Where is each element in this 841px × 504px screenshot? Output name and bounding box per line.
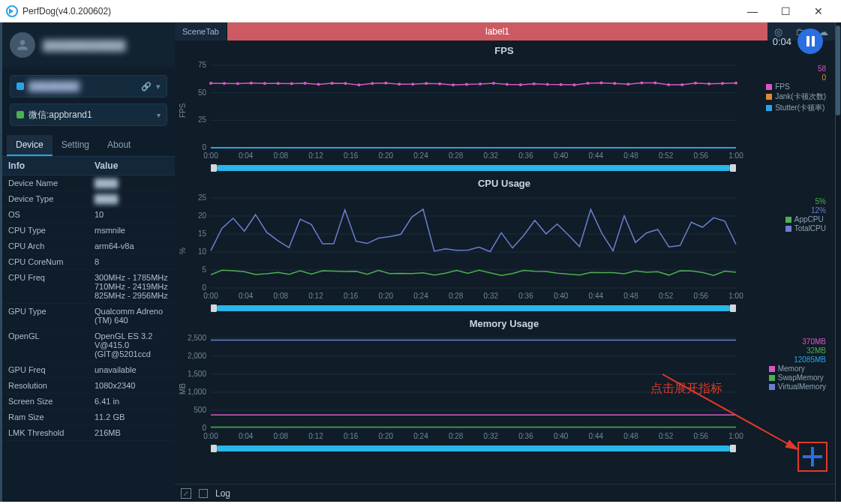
plus-icon xyxy=(803,447,822,466)
svg-point-48 xyxy=(734,82,737,85)
link-icon[interactable]: 🔗 xyxy=(141,82,152,92)
svg-point-47 xyxy=(721,82,724,85)
legend-item[interactable]: Stutter(卡顿率) xyxy=(766,103,826,113)
minimize-button[interactable]: — xyxy=(736,0,769,22)
svg-text:15: 15 xyxy=(198,230,207,238)
device-dropdown-icon[interactable]: ▾ xyxy=(156,82,161,92)
svg-point-23 xyxy=(398,82,401,86)
svg-text:0:32: 0:32 xyxy=(484,152,499,160)
svg-text:0: 0 xyxy=(202,143,206,152)
timeline-fill xyxy=(217,165,730,171)
legend-value: 370MB xyxy=(769,338,826,346)
info-key: CPU CoreNum xyxy=(2,254,89,269)
svg-text:0:52: 0:52 xyxy=(659,152,674,160)
timeline-handle-right[interactable] xyxy=(730,164,736,172)
svg-text:1,500: 1,500 xyxy=(188,370,206,378)
svg-text:0:56: 0:56 xyxy=(694,292,709,300)
info-key: CPU Freq xyxy=(2,270,89,303)
svg-text:1,000: 1,000 xyxy=(188,388,206,396)
svg-text:0:20: 0:20 xyxy=(379,432,394,440)
info-key: Resolution xyxy=(2,378,89,393)
svg-text:0:36: 0:36 xyxy=(518,292,533,300)
app-select[interactable]: 微信:appbrand1 xyxy=(10,104,167,126)
legend-item[interactable]: TotalCPU xyxy=(785,224,826,232)
info-table-body: Device Name████Device Type████OS10CPU Ty… xyxy=(2,176,175,502)
expand-metrics-button[interactable] xyxy=(797,442,827,472)
info-value: ████ xyxy=(89,191,175,206)
log-checkbox[interactable] xyxy=(199,489,208,498)
svg-point-28 xyxy=(465,83,468,86)
svg-point-34 xyxy=(546,82,549,86)
mem-title: Memory Usage xyxy=(178,316,830,331)
right-scrollbar-track[interactable] xyxy=(835,22,841,502)
log-label: Log xyxy=(215,488,230,499)
svg-text:0:04: 0:04 xyxy=(239,152,254,160)
cpu-chart: CPU Usage % 2520151050 0:000:040:080:120… xyxy=(178,176,830,312)
svg-text:500: 500 xyxy=(194,406,206,414)
tab-device[interactable]: Device xyxy=(7,135,53,156)
info-key: Screen Size xyxy=(2,394,89,409)
info-key: CPU Type xyxy=(2,223,89,238)
svg-point-11 xyxy=(236,82,239,86)
svg-text:0:44: 0:44 xyxy=(589,432,604,440)
col-value: Value xyxy=(89,157,175,175)
avatar-icon xyxy=(10,32,35,58)
svg-text:0:04: 0:04 xyxy=(239,432,254,440)
sidebar: ████████████ ████████ 🔗▾ 微信:appbrand1 De… xyxy=(2,22,175,502)
svg-text:0:36: 0:36 xyxy=(518,432,533,440)
elapsed-timer: 0:04 xyxy=(773,36,791,47)
svg-point-10 xyxy=(223,82,226,85)
expand-panel-button[interactable]: ⤢ xyxy=(181,488,191,499)
legend-value: 0 xyxy=(766,74,826,82)
table-row: Resolution1080x2340 xyxy=(2,378,175,394)
info-value: arm64-v8a xyxy=(89,238,175,254)
table-row: CPU Freq300MHz - 1785MHz 710MHz - 2419MH… xyxy=(2,270,175,304)
cpu-timeline[interactable] xyxy=(211,304,736,312)
legend-item[interactable]: AppCPU xyxy=(785,215,826,224)
svg-point-24 xyxy=(411,82,414,86)
scene-label[interactable]: label1 xyxy=(227,22,767,40)
svg-point-43 xyxy=(667,83,670,86)
svg-text:2,000: 2,000 xyxy=(188,352,206,360)
tab-setting[interactable]: Setting xyxy=(53,135,98,156)
svg-text:0:32: 0:32 xyxy=(484,292,499,300)
timeline-handle-right[interactable] xyxy=(730,304,736,312)
info-value: OpenGL ES 3.2 V@415.0 (GIT@5201ccd xyxy=(89,328,175,362)
svg-text:0:28: 0:28 xyxy=(449,152,464,160)
svg-point-39 xyxy=(613,82,616,85)
device-select[interactable]: ████████ 🔗▾ xyxy=(10,75,167,98)
sidebar-tabs: Device Setting About xyxy=(2,135,175,157)
tab-about[interactable]: About xyxy=(98,135,140,156)
pause-button[interactable] xyxy=(797,28,823,54)
close-button[interactable]: ✕ xyxy=(802,0,835,22)
svg-text:0:24: 0:24 xyxy=(413,152,428,160)
right-scrollbar-thumb[interactable] xyxy=(836,26,840,116)
svg-point-33 xyxy=(533,82,536,86)
scene-tab[interactable]: SceneTab xyxy=(175,22,227,40)
info-key: GPU Type xyxy=(2,304,89,328)
svg-text:0:28: 0:28 xyxy=(449,292,464,300)
fps-plot[interactable]: FPS 7550250 0:000:040:080:120:160:200:24… xyxy=(178,58,748,163)
table-row: Device Name████ xyxy=(2,176,175,191)
svg-text:25: 25 xyxy=(198,116,207,124)
svg-text:0:16: 0:16 xyxy=(344,432,359,440)
legend-item[interactable]: FPS xyxy=(766,82,826,91)
user-block[interactable]: ████████████ xyxy=(2,22,175,68)
timeline-handle-left[interactable] xyxy=(211,164,217,172)
svg-text:25: 25 xyxy=(198,194,207,202)
svg-point-15 xyxy=(290,82,293,85)
svg-point-18 xyxy=(331,82,334,85)
svg-text:0:16: 0:16 xyxy=(344,292,359,300)
info-value: 1080x2340 xyxy=(89,378,175,393)
table-row: CPU Typemsmnile xyxy=(2,223,175,238)
maximize-button[interactable]: ☐ xyxy=(769,0,802,22)
cpu-plot[interactable]: % 2520151050 0:000:040:080:120:160:200:2… xyxy=(178,190,748,303)
timeline-handle-left[interactable] xyxy=(211,445,217,452)
svg-text:0:00: 0:00 xyxy=(203,432,218,440)
timeline-handle-left[interactable] xyxy=(211,304,217,312)
cpu-legend: 5%12%AppCPUTotalCPU xyxy=(785,197,826,232)
svg-point-25 xyxy=(425,82,428,85)
fps-timeline[interactable] xyxy=(211,164,736,172)
legend-item[interactable]: Jank(卡顿次数) xyxy=(766,92,826,102)
table-row: Device Type████ xyxy=(2,191,175,207)
